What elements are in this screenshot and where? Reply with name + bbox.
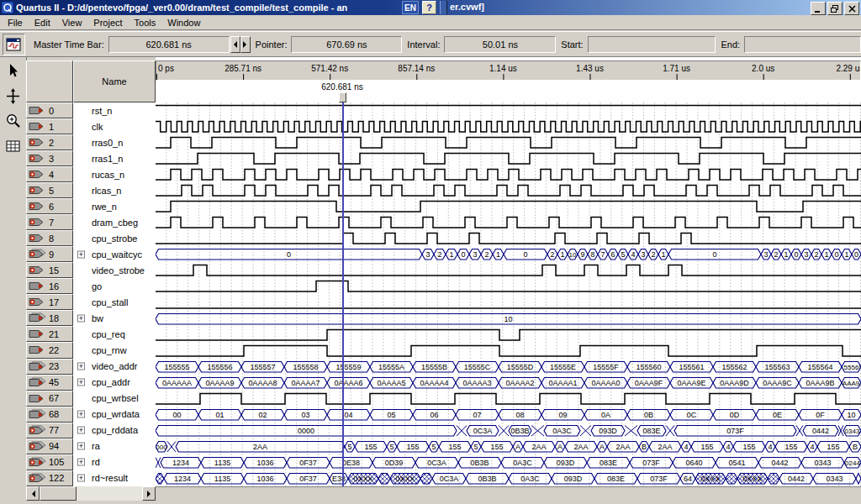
signal-name-cell[interactable]: cpu_rnw — [73, 342, 156, 358]
expand-toggle-icon[interactable]: + — [77, 363, 85, 370]
expand-toggle-icon[interactable]: + — [77, 411, 85, 418]
signal-handle-cpu_wrbsel[interactable]: 67 — [26, 391, 73, 407]
waveform-row-bw[interactable]: 10 — [156, 311, 861, 327]
signal-handle-rlcas_n[interactable]: 5 — [26, 182, 73, 198]
signal-name-cell[interactable]: +cpu_waitcyc — [73, 246, 156, 262]
signal-handle-rwe_n[interactable]: 6 — [26, 198, 73, 214]
waveform-row-rd[interactable]: 1234113510360F370E380D390C3A0B3B0A3C093D… — [156, 454, 861, 470]
signal-handle-cpu_req[interactable]: 21 — [26, 326, 73, 342]
expand-toggle-icon[interactable]: + — [77, 475, 85, 482]
signal-name-cell[interactable]: cpu_req — [73, 326, 156, 342]
signal-name-cell[interactable]: cpu_strobe — [73, 230, 156, 246]
signal-handle-rras1_n[interactable]: 3 — [26, 150, 73, 166]
signal-handle-bw[interactable]: 18 — [26, 310, 73, 326]
waveform-row-cpu_req[interactable] — [156, 327, 861, 343]
signal-name-cell[interactable]: rst_n — [73, 102, 156, 118]
expand-toggle-icon[interactable]: + — [77, 459, 85, 466]
waveform-display[interactable]: 0321032102110987654321032103210101015555… — [156, 102, 861, 486]
waveform-row-dram_cbeg[interactable] — [156, 214, 861, 230]
signal-handle-cpu_rddata[interactable]: 77 — [26, 423, 73, 438]
master-time-increment-button[interactable] — [240, 36, 251, 53]
signal-handle-cpu_wrdata[interactable]: 68 — [26, 407, 73, 423]
signal-name-cell[interactable]: +video_addr — [73, 359, 156, 375]
scrollbar-thumb[interactable] — [40, 486, 77, 501]
signal-name-cell[interactable]: +rd~result — [73, 470, 156, 486]
end-field[interactable] — [744, 36, 861, 53]
signal-handle-rras0_n[interactable]: 2 — [26, 134, 73, 150]
signal-name-cell[interactable]: rucas_n — [73, 166, 156, 182]
expand-toggle-icon[interactable]: + — [77, 427, 85, 434]
master-time-bar-field[interactable]: 620.681 ns — [108, 36, 230, 53]
signal-name-cell[interactable]: go — [73, 278, 156, 294]
signal-handle-cpu_rnw[interactable]: 22 — [26, 342, 73, 358]
signal-handle-dram_cbeg[interactable]: 7 — [26, 214, 73, 230]
signal-handle-clk[interactable]: 1 — [26, 118, 73, 134]
signal-name-cell[interactable]: +cpu_addr — [73, 375, 156, 391]
zoom-tool-button[interactable] — [2, 110, 24, 133]
waveform-row-rst_n[interactable] — [156, 102, 861, 118]
menu-item-file[interactable]: File — [2, 16, 29, 29]
signal-name-cell[interactable]: rwe_n — [73, 198, 156, 214]
master-time-decrement-button[interactable] — [230, 36, 240, 53]
language-bar-handle[interactable] — [440, 1, 447, 14]
signal-handle-cpu_strobe[interactable]: 8 — [26, 230, 73, 246]
signal-name-cell[interactable]: +ra — [73, 438, 156, 454]
signal-handle-rd[interactable]: 105 — [26, 454, 73, 470]
language-indicator[interactable]: EN — [402, 1, 419, 14]
start-field[interactable] — [588, 36, 716, 53]
menu-item-window[interactable]: Window — [161, 16, 206, 29]
language-help-button[interactable]: ? — [422, 1, 436, 14]
signal-handle-cpu_addr[interactable]: 45 — [26, 375, 73, 391]
signal-name-cell[interactable]: rlcas_n — [73, 182, 156, 198]
waveform-row-rwe_n[interactable] — [156, 198, 861, 214]
waveform-row-cpu_stall[interactable] — [156, 295, 861, 311]
signal-handle-video_strobe[interactable]: 15 — [26, 262, 73, 278]
master-time-cursor-line[interactable] — [342, 96, 344, 486]
signal-name-cell[interactable]: video_strobe — [73, 262, 156, 278]
expand-toggle-icon[interactable]: + — [77, 250, 85, 258]
menu-item-edit[interactable]: Edit — [29, 16, 56, 29]
waveform-row-cpu_strobe[interactable] — [156, 230, 861, 246]
time-ruler[interactable]: 0 ps285.71 ns571.42 ns857.14 ns1.14 us1.… — [156, 60, 861, 81]
master-time-cursor-handle[interactable] — [339, 92, 346, 102]
menu-item-project[interactable]: Project — [87, 16, 128, 29]
signal-name-cell[interactable]: rras1_n — [73, 150, 156, 166]
waveform-row-clk[interactable] — [156, 118, 861, 134]
menu-item-view[interactable]: View — [56, 16, 88, 29]
signal-handle-video_addr[interactable]: 23 — [26, 359, 73, 375]
waveform-row-video_strobe[interactable] — [156, 262, 861, 278]
signal-handle-rucas_n[interactable]: 4 — [26, 166, 73, 182]
expand-toggle-icon[interactable]: + — [77, 314, 85, 322]
waveform-row-rras1_n[interactable] — [156, 150, 861, 166]
scroll-left-button[interactable] — [26, 486, 40, 501]
close-button[interactable] — [844, 2, 859, 15]
waveform-row-cpu_wrbsel[interactable] — [156, 391, 861, 407]
waveform-row-go[interactable] — [156, 278, 861, 294]
signal-name-cell[interactable]: +rd — [73, 454, 156, 470]
waveform-row-cpu_rnw[interactable] — [156, 343, 861, 359]
signal-handle-rst_n[interactable]: 0 — [26, 102, 73, 118]
waveform-row-cpu_addr[interactable]: 0AAAAA0AAAA90AAAA80AAAA70AAAA60AAAA50AAA… — [156, 375, 861, 391]
expand-toggle-icon[interactable]: + — [77, 379, 85, 386]
marker-strip[interactable] — [156, 81, 861, 102]
signal-handle-cpu_stall[interactable]: 17 — [26, 294, 73, 310]
scroll-right-button[interactable] — [142, 486, 156, 501]
signal-name-cell[interactable]: +bw — [73, 310, 156, 326]
waveform-row-cpu_wrdata[interactable]: 000102030405060708090A0B0C0D0E0F10 — [156, 407, 861, 423]
waveform-row-rd~result[interactable]: 1234113510360F37E380XXX0XXX0C3A0B3B0A3C0… — [156, 470, 861, 486]
signal-name-cell[interactable]: cpu_stall — [73, 294, 156, 310]
signal-name-cell[interactable]: rras0_n — [73, 134, 156, 150]
waveform-row-cpu_rddata[interactable]: 00000C3A0B3B0A3C093D083E073F04420343 — [156, 423, 861, 438]
expand-toggle-icon[interactable]: + — [77, 443, 85, 450]
menu-item-tools[interactable]: Tools — [129, 16, 162, 29]
signal-handle-cpu_waitcyc[interactable]: 9 — [26, 246, 73, 262]
signal-name-cell[interactable]: dram_cbeg — [73, 214, 156, 230]
grid-tool-button[interactable] — [2, 135, 24, 158]
waveform-row-rras0_n[interactable] — [156, 134, 861, 150]
waveform-row-rlcas_n[interactable] — [156, 182, 861, 198]
signal-handle-go[interactable]: 16 — [26, 278, 73, 294]
minimize-button[interactable] — [811, 2, 826, 15]
waveform-row-ra[interactable]: 0002AA5155515551555155A2AAA2AAA2AAB2AA41… — [156, 438, 861, 454]
restore-button[interactable] — [827, 2, 843, 15]
signal-handle-rd~result[interactable]: 122 — [26, 470, 73, 486]
